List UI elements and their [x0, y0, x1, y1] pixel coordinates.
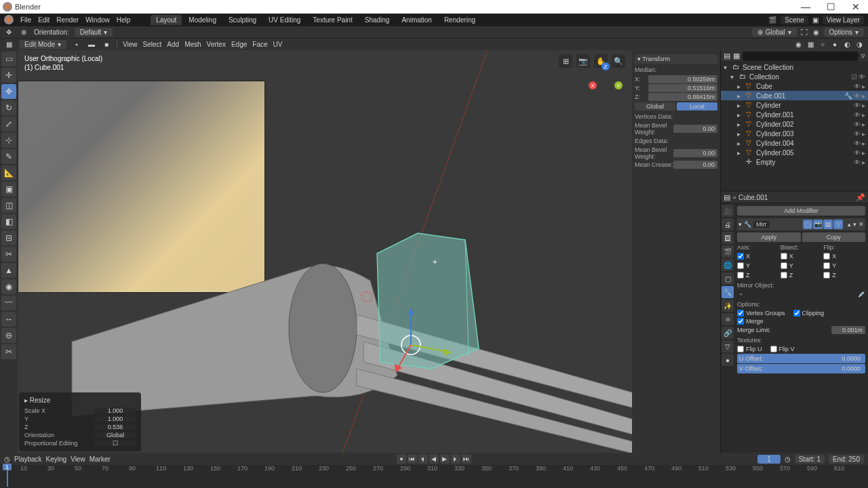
flip-y-checkbox[interactable]: Y	[823, 262, 865, 270]
mod-moveup-icon[interactable]: ▴	[848, 221, 851, 228]
playhead[interactable]	[7, 465, 8, 487]
shading-wire-icon[interactable]: ○	[818, 40, 827, 49]
close-button[interactable]: ✕	[846, 1, 865, 12]
merge-limit-input[interactable]: 0.001m	[831, 326, 865, 334]
menu-edge[interactable]: Edge	[231, 41, 247, 48]
annotate-tool[interactable]: ✎	[1, 149, 16, 164]
flip-x-checkbox[interactable]: X	[823, 252, 865, 260]
tab-shading[interactable]: Shading	[359, 15, 395, 25]
move-tool[interactable]: ✥	[1, 84, 16, 99]
tab-animation[interactable]: Animation	[396, 15, 437, 25]
snap-icon[interactable]: ⛶	[800, 28, 809, 37]
xray-icon[interactable]: ▦	[806, 40, 815, 49]
operator-panel[interactable]: ▸ Resize Scale X1.000 Y1.000 Z0.536 Orie…	[19, 392, 141, 451]
eyedropper-icon[interactable]: 💉	[858, 291, 865, 298]
axis-y-checkbox[interactable]: Y	[737, 262, 779, 270]
menu-file[interactable]: File	[20, 16, 31, 24]
menu-edit[interactable]: Edit	[38, 16, 50, 24]
outliner-editor-icon[interactable]: ▤	[724, 52, 730, 60]
start-frame-input[interactable]: 1	[816, 455, 821, 463]
v-offset-input[interactable]: 0.0000	[829, 365, 863, 373]
end-frame-input[interactable]: 250	[848, 455, 860, 463]
options-dropdown[interactable]: Options ▾	[824, 28, 864, 37]
cursor-tool[interactable]: ✛	[1, 68, 16, 83]
minimize-button[interactable]: —	[795, 1, 816, 12]
add-modifier-dropdown[interactable]: Add Modifier	[737, 206, 865, 216]
vertex-select-icon[interactable]: ▪	[72, 40, 81, 49]
menu-uv[interactable]: UV	[273, 41, 283, 48]
output-tab[interactable]: 🖨	[722, 218, 734, 230]
current-frame-input[interactable]: 1	[757, 455, 781, 464]
tab-layout[interactable]: Layout	[151, 15, 182, 25]
transform-header[interactable]: Transform	[642, 56, 670, 62]
world-tab[interactable]: 🌐	[722, 259, 734, 271]
clipping-checkbox[interactable]: Clipping	[793, 309, 825, 317]
bevel-tool[interactable]: ◧	[1, 214, 16, 229]
median-z-input[interactable]: 0.89415m	[648, 93, 717, 101]
scale-z-input[interactable]: 0.536	[95, 424, 136, 430]
tab-modeling[interactable]: Modeling	[183, 15, 222, 25]
edge-select-icon[interactable]: ▬	[87, 40, 96, 49]
axis-z-checkbox[interactable]: Z	[737, 271, 779, 279]
bisect-y-checkbox[interactable]: Y	[781, 262, 823, 270]
mod-render-icon[interactable]: 📷	[813, 220, 823, 229]
scene-tab[interactable]: 🎬	[722, 245, 734, 258]
mesh-tab[interactable]: ▽	[722, 340, 734, 352]
orientation-dropdown[interactable]: Default▾	[75, 28, 113, 37]
render-tab[interactable]: 🎥	[722, 205, 734, 217]
face-select-icon[interactable]: ■	[102, 40, 111, 49]
scale-y-input[interactable]: 1.000	[95, 415, 136, 422]
move-tool-icon[interactable]: ⊕	[19, 28, 28, 37]
menu-mesh[interactable]: Mesh	[184, 41, 201, 48]
play-icon[interactable]: ▶	[440, 454, 450, 464]
proportional-checkbox[interactable]: ☐	[95, 440, 136, 447]
object-tab[interactable]: ▢	[722, 272, 734, 285]
apply-button[interactable]: Apply	[737, 232, 801, 242]
menu-keying[interactable]: Keying	[46, 455, 67, 463]
smooth-tool[interactable]: 〰	[1, 296, 16, 310]
bisect-x-checkbox[interactable]: X	[781, 252, 823, 260]
tab-rendering[interactable]: Rendering	[439, 15, 481, 25]
inset-tool[interactable]: ◫	[1, 198, 16, 213]
physics-tab[interactable]: ⚛	[722, 313, 734, 325]
flip-v-checkbox[interactable]: Flip V	[770, 345, 795, 353]
jump-end-icon[interactable]: ⏭	[462, 454, 471, 464]
tab-uvediting[interactable]: UV Editing	[263, 15, 306, 25]
median-x-input[interactable]: 0.50259m	[648, 75, 717, 83]
median-y-input[interactable]: 0.51516m	[648, 84, 717, 92]
u-offset-input[interactable]: 0.0000	[829, 354, 863, 363]
shading-solid-icon[interactable]: ●	[830, 40, 840, 49]
menu-render[interactable]: Render	[56, 16, 79, 24]
outliner-search[interactable]	[743, 52, 859, 61]
menu-face[interactable]: Face	[252, 41, 267, 48]
autokeying-icon[interactable]: ●	[397, 454, 406, 464]
editor-type-icon[interactable]: ▦	[4, 40, 14, 49]
object-pin-icon[interactable]: ▫	[733, 193, 736, 201]
orientation-select[interactable]: Global	[95, 432, 136, 439]
proportional-icon[interactable]: ◉	[812, 28, 821, 37]
mirror-object-field[interactable]: ▫	[737, 290, 855, 298]
mod-delete-icon[interactable]: ✕	[859, 221, 864, 228]
select-tool[interactable]: ▭	[1, 52, 16, 66]
modifier-header[interactable]: ▾🔧 Mirr ▢ 📷 ▤ ▽ ▴ ▾ ✕	[737, 218, 865, 230]
material-tab[interactable]: ●	[722, 354, 734, 366]
particle-tab[interactable]: ✨	[722, 300, 734, 312]
mean-crease-input[interactable]: 0.00	[673, 161, 717, 169]
keyframe-prev-icon[interactable]: ⏴	[418, 454, 428, 464]
viewlayer-field[interactable]: View Layer	[823, 16, 864, 24]
menu-help[interactable]: Help	[117, 16, 131, 24]
spin-tool[interactable]: ◉	[1, 279, 16, 294]
viewlayer-tab[interactable]: 🖼	[722, 232, 734, 244]
scale-tool[interactable]: ⤢	[1, 117, 16, 131]
cursor-tool-icon[interactable]: ✥	[4, 28, 14, 37]
vertex-groups-checkbox[interactable]: Vertex Groups	[737, 309, 785, 317]
menu-window[interactable]: Window	[85, 16, 110, 24]
properties-editor-icon[interactable]: ▤	[724, 193, 730, 202]
scale-x-input[interactable]: 1.000	[95, 407, 136, 414]
timeline-editor-icon[interactable]: ◷	[4, 455, 10, 463]
shading-matcap-icon[interactable]: ◐	[842, 40, 852, 49]
knife-tool[interactable]: ✂	[1, 247, 16, 262]
menu-view[interactable]: View	[71, 455, 85, 463]
overlay-icon[interactable]: ◉	[793, 40, 803, 49]
menu-marker[interactable]: Marker	[90, 455, 111, 463]
